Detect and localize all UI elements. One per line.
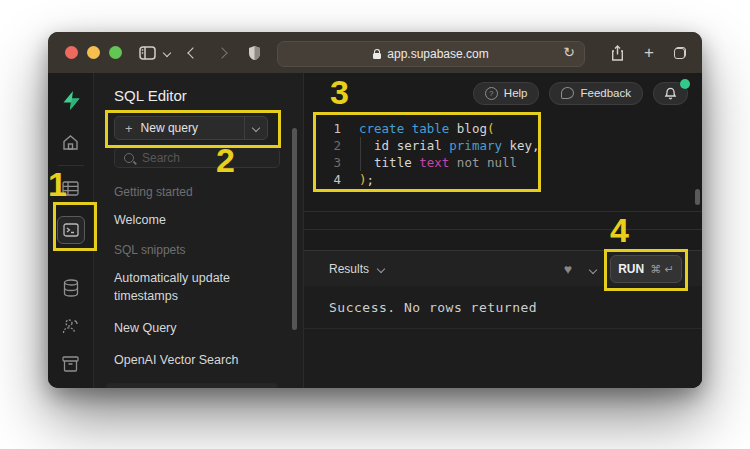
- table-editor-icon[interactable]: [48, 169, 93, 207]
- share-icon[interactable]: [611, 45, 624, 61]
- line-number: 3: [304, 154, 341, 171]
- new-query-label: New query: [141, 121, 198, 135]
- indent-guide: [360, 137, 361, 171]
- results-label: Results: [329, 262, 369, 276]
- help-icon: ?: [485, 87, 498, 100]
- sql-code-editor[interactable]: 1234 create table blog( id serial primar…: [304, 113, 702, 250]
- favorite-chevron-icon[interactable]: [590, 262, 596, 276]
- editor-scrollbar[interactable]: [695, 189, 700, 205]
- close-window-button[interactable]: [65, 46, 78, 59]
- zoom-window-button[interactable]: [109, 46, 122, 59]
- sidebar-item[interactable]: Untitled query: [106, 383, 278, 388]
- storage-icon[interactable]: [48, 345, 93, 383]
- rail-divider: [58, 165, 84, 166]
- back-icon[interactable]: [189, 49, 197, 57]
- chat-bubble-icon: [561, 87, 574, 99]
- code-line[interactable]: );: [359, 171, 702, 188]
- sql-editor-sidebar: SQL Editor + New query Search Getting st…: [94, 73, 304, 388]
- sidebar-section-label: Getting started: [114, 185, 291, 199]
- app-content: SQL Editor + New query Search Getting st…: [48, 73, 702, 388]
- results-toolbar: Results ♥ RUN ⌘ ↵: [304, 250, 702, 287]
- search-icon: [124, 153, 134, 163]
- home-icon[interactable]: [48, 122, 93, 162]
- minimize-window-button[interactable]: [87, 46, 100, 59]
- editor-gutter: 1234: [304, 120, 348, 250]
- code-line[interactable]: create table blog(: [359, 120, 702, 137]
- help-label: Help: [504, 87, 528, 99]
- run-button[interactable]: RUN ⌘ ↵: [610, 255, 682, 283]
- supabase-logo-icon[interactable]: [48, 78, 93, 122]
- auth-users-icon[interactable]: [48, 307, 93, 345]
- help-button[interactable]: ? Help: [473, 82, 540, 105]
- screenshot-canvas: app.supabase.com ↻ +: [0, 0, 750, 449]
- code-line[interactable]: title text not null: [359, 154, 702, 171]
- feedback-label: Feedback: [580, 87, 631, 99]
- address-bar[interactable]: app.supabase.com ↻: [277, 41, 585, 67]
- sidebar-toggle-icon[interactable]: [139, 46, 156, 60]
- sidebar-item[interactable]: New Query: [114, 319, 274, 337]
- code-line[interactable]: id serial primary key,: [359, 137, 702, 154]
- traffic-lights: [65, 46, 122, 59]
- search-placeholder: Search: [142, 151, 180, 165]
- sidebar-scrollbar[interactable]: [292, 128, 297, 330]
- notification-dot: [680, 79, 690, 89]
- line-number: 1: [304, 120, 341, 137]
- address-url: app.supabase.com: [387, 47, 488, 61]
- privacy-shield-icon[interactable]: [248, 45, 261, 61]
- line-number: 4: [304, 171, 341, 188]
- tab-overview-icon[interactable]: [674, 47, 686, 59]
- notifications-button[interactable]: [653, 82, 688, 105]
- favorite-icon[interactable]: ♥: [564, 261, 572, 277]
- page-title: SQL Editor: [94, 73, 303, 104]
- run-shortcut: ⌘ ↵: [650, 263, 674, 276]
- new-tab-icon[interactable]: +: [644, 44, 654, 61]
- browser-window: app.supabase.com ↻ +: [48, 32, 702, 388]
- search-input[interactable]: Search: [114, 147, 280, 168]
- browser-titlebar: app.supabase.com ↻ +: [48, 32, 702, 73]
- nav-rail: [48, 73, 94, 388]
- database-icon[interactable]: [48, 269, 93, 307]
- reload-icon[interactable]: ↻: [563, 44, 575, 60]
- chevron-down-icon: [252, 124, 260, 132]
- line-number: 2: [304, 137, 341, 154]
- forward-icon[interactable]: [218, 49, 226, 57]
- run-label: RUN: [618, 262, 644, 276]
- sidebar-item[interactable]: OpenAI Vector Search: [114, 351, 274, 369]
- titlebar-chevron-down-icon[interactable]: [164, 50, 170, 56]
- sidebar-section-label: SQL snippets: [114, 243, 291, 257]
- sql-editor-icon[interactable]: [57, 216, 85, 244]
- bell-icon: [664, 86, 677, 100]
- main-header: ? Help Feedback: [304, 73, 702, 113]
- results-dropdown[interactable]: Results: [329, 262, 384, 276]
- sidebar-list: Getting startedWelcomeSQL snippetsAutoma…: [114, 172, 291, 388]
- feedback-button[interactable]: Feedback: [549, 82, 643, 105]
- sidebar-item[interactable]: Welcome: [114, 211, 274, 229]
- current-line-highlight: [304, 211, 702, 230]
- editor-code[interactable]: create table blog( id serial primary key…: [348, 120, 702, 250]
- sidebar-item[interactable]: Automatically update timestamps: [114, 269, 274, 305]
- new-query-button[interactable]: + New query: [114, 116, 268, 140]
- results-output: Success. No rows returned: [304, 286, 702, 388]
- new-query-dropdown-toggle[interactable]: [244, 117, 267, 139]
- success-message: Success. No rows returned: [304, 286, 702, 329]
- lock-icon: [373, 53, 381, 59]
- main-panel: ? Help Feedback: [304, 73, 702, 388]
- chevron-down-icon: [377, 265, 385, 273]
- plus-icon: +: [125, 121, 133, 136]
